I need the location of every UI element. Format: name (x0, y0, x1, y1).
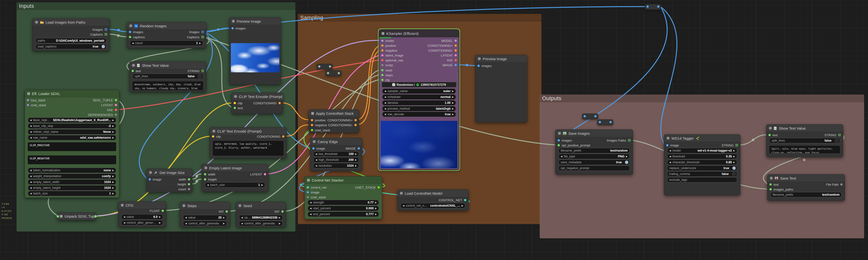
input-slot-image[interactable]: image (312, 146, 325, 150)
slot-dot[interactable] (455, 39, 457, 42)
decrement-arrow-icon[interactable]: ◀ (241, 223, 243, 225)
slot-dot[interactable] (311, 129, 313, 131)
slot-dot[interactable] (557, 139, 560, 142)
collapsed-node[interactable] (582, 114, 598, 119)
input-slot-clip[interactable]: clip (234, 101, 243, 105)
node-control-net-stacker[interactable]: Control Net Stackercontrol_netimagecnet_… (304, 176, 382, 219)
input-slot-text[interactable]: text (131, 69, 141, 73)
node-title-bar[interactable]: Random Images (127, 22, 206, 30)
node-title-bar[interactable]: WD14 Tagger (664, 135, 740, 142)
node-preview-image-sampling[interactable]: Preview Imageimages (475, 55, 527, 122)
decrement-arrow-icon[interactable]: ◀ (30, 125, 32, 127)
node-title-bar[interactable]: Load Images from Paths (33, 19, 110, 26)
increment-arrow-icon[interactable]: ▶ (375, 207, 377, 209)
node-seed[interactable]: SeedINT◀value689641268942336▶◀control_af… (236, 202, 286, 227)
widget-high_threshold[interactable]: ◀high_threshold200▶ (313, 157, 359, 163)
input-slot-cfg[interactable]: cfg (381, 78, 390, 82)
node-title-bar[interactable]: Apply ControlNet Stack (309, 110, 359, 117)
output-slot-STRING[interactable]: STRING (188, 69, 204, 73)
slot-dot[interactable] (312, 147, 315, 150)
widget-opt_negative_prompt[interactable]: opt_negative_prompt (558, 166, 630, 171)
output-slot-INT[interactable]: INT (275, 209, 284, 213)
input-slot-clip[interactable]: clip (212, 135, 221, 138)
decrement-arrow-icon[interactable]: ◀ (384, 108, 386, 110)
slot-dot[interactable] (377, 186, 380, 189)
slot-dot[interactable] (204, 173, 206, 175)
textarea-widget[interactable]: 1girl, solo, blue eyes, light particles,… (769, 146, 840, 153)
output-slot-File-Path[interactable]: File Path (826, 182, 843, 186)
list-output-icon[interactable] (201, 69, 204, 73)
widget-value[interactable]: ◀value6.0▶ (121, 214, 163, 220)
widget-filename_prefix[interactable]: filename_prefixtest/random (770, 192, 842, 197)
widget-empty_latent_width[interactable]: ◀empty_latent_width1024▶ (28, 179, 116, 185)
slot-dot[interactable] (381, 74, 383, 76)
collapse-dot-icon[interactable] (234, 95, 237, 98)
widget-start_percent[interactable]: ◀start_percent0.000▶ (308, 206, 379, 211)
collapse-dot-icon[interactable] (35, 21, 38, 24)
node-title-bar[interactable]: Unpack SDXL Tuple (58, 213, 96, 220)
node-title-bar[interactable]: Preview Image (229, 18, 281, 25)
widget-trailing_comma[interactable]: trailing_commafalse (667, 171, 737, 177)
slot-dot[interactable] (381, 39, 383, 42)
widget-paths[interactable]: pathsD:\Git\ComfyUI_windows_portabl (36, 38, 106, 44)
output-slot-Images-Paths[interactable]: Images Paths (607, 138, 631, 142)
widget-split_lines[interactable]: split_linesfalse (769, 138, 840, 143)
slot-dot[interactable] (149, 178, 151, 180)
decrement-arrow-icon[interactable]: ◀ (384, 90, 386, 92)
slot-dot[interactable] (381, 45, 383, 47)
widget-control_after_generate[interactable]: ◀control_after_generate.▶ (183, 221, 227, 226)
input-slot-image[interactable]: image (666, 143, 679, 147)
slot-dot[interactable] (557, 144, 560, 146)
widget-low_threshold[interactable]: ◀low_threshold100▶ (313, 151, 359, 157)
slot-dot[interactable] (129, 36, 131, 38)
decrement-arrow-icon[interactable]: ◀ (315, 165, 317, 167)
graph-canvas[interactable]: Inputs Sampling Outputs Load Images from… (0, 0, 868, 260)
slot-dot[interactable] (131, 70, 134, 72)
decrement-arrow-icon[interactable]: ◀ (669, 161, 671, 164)
list-output-icon[interactable] (735, 144, 738, 147)
decrement-arrow-icon[interactable]: ◀ (669, 155, 671, 158)
input-slot-text[interactable]: text (234, 106, 243, 110)
slot-dot[interactable] (231, 27, 234, 29)
decrement-arrow-icon[interactable]: ◀ (310, 207, 311, 209)
input-slot-cnet_stack[interactable]: cnet_stack (311, 128, 330, 132)
slot-dot[interactable] (115, 99, 117, 102)
node-show-text-value-output[interactable]: Show Text ValuetextSTRINGsplit_linesfals… (766, 124, 843, 157)
list-output-icon[interactable] (628, 139, 631, 142)
increment-arrow-icon[interactable]: ▶ (112, 119, 114, 121)
node-save-images[interactable]: Save Imagesimagesopt_positive_promptImag… (555, 129, 633, 175)
output-slot-CONDITIONING[interactable]: CONDITIONING (253, 101, 281, 105)
output-slot-VAE[interactable]: VAE (107, 108, 117, 112)
toggle-knob[interactable] (101, 45, 105, 48)
input-slot-seed[interactable]: seed (381, 68, 392, 72)
increment-arrow-icon[interactable]: ▶ (112, 125, 114, 127)
collapse-dot-icon[interactable] (558, 132, 561, 135)
slot-dot[interactable] (278, 102, 281, 104)
output-slot-VAE[interactable]: VAE (447, 58, 457, 62)
input-slot-images_paths[interactable]: images_paths (769, 187, 793, 191)
collapse-dot-icon[interactable] (666, 137, 670, 140)
output-slot-Captions[interactable]: Captions (187, 35, 204, 39)
input-slot-cnet_stack[interactable]: cnet_stack (27, 103, 46, 107)
list-output-icon[interactable] (104, 28, 107, 31)
increment-arrow-icon[interactable]: ▶ (626, 155, 628, 158)
node-title-bar[interactable]: CLIP Text Encode (Prompt) (231, 93, 283, 100)
slot-dot[interactable] (234, 107, 236, 109)
collapse-dot-icon[interactable] (232, 20, 235, 23)
decrement-arrow-icon[interactable]: ◀ (30, 119, 32, 121)
collapse-dot-icon[interactable] (313, 140, 316, 143)
input-slot-text[interactable]: text (768, 133, 778, 137)
collapsed-node[interactable] (645, 4, 661, 10)
widget-filename_prefix[interactable]: filename_prefixtest/random (558, 148, 630, 153)
toggle-knob[interactable] (835, 139, 839, 143)
slot-dot[interactable] (307, 196, 309, 198)
node-cfg[interactable]: CFGFLOAT◀value6.0▶◀control_after_generat… (118, 201, 166, 227)
increment-arrow-icon[interactable]: ▶ (112, 175, 114, 177)
output-slot-LATENT[interactable]: LATENT (101, 103, 117, 107)
output-slot-CONDITIONING[interactable]: CONDITIONING (257, 135, 284, 138)
input-slot-text[interactable]: text (769, 182, 779, 186)
output-slot-INT[interactable]: INT (219, 209, 228, 213)
output-slot-CONDITIONING+[interactable]: CONDITIONING+ (427, 44, 457, 48)
node-title-bar[interactable]: Canny Edge (310, 138, 362, 145)
node-title-bar[interactable]: Save Text (767, 174, 845, 182)
